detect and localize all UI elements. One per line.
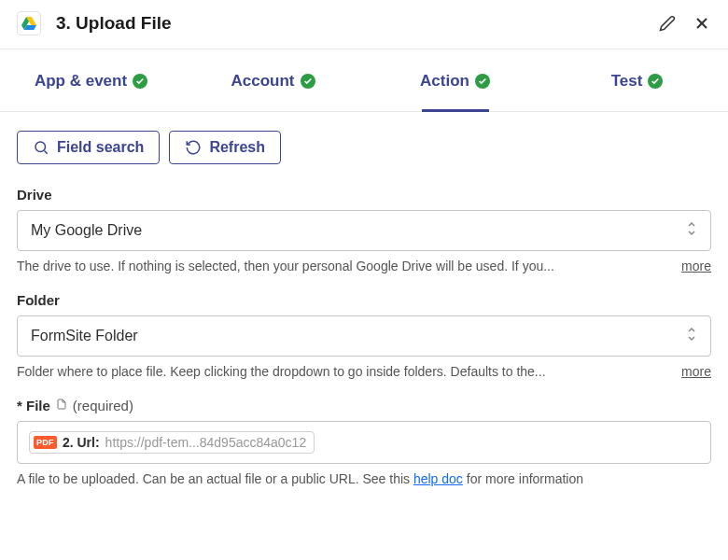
header-actions: [659, 14, 711, 33]
pill-label: 2. Url:: [63, 435, 100, 450]
folder-help: Folder where to place file. Keep clickin…: [17, 364, 672, 379]
file-field: * File (required) PDF 2. Url: https://pd…: [17, 398, 711, 486]
drive-help: The drive to use. If nothing is selected…: [17, 259, 672, 273]
folder-label: Folder: [17, 292, 711, 308]
drive-field: Drive My Google Drive The drive to use. …: [17, 187, 711, 273]
folder-more-link[interactable]: more: [681, 364, 711, 379]
refresh-icon: [185, 139, 202, 156]
folder-value: FormSite Folder: [31, 328, 138, 343]
drive-select[interactable]: My Google Drive: [17, 210, 711, 251]
file-type-icon: [56, 398, 67, 413]
google-drive-icon: [17, 11, 41, 35]
chevron-up-down-icon: [686, 221, 697, 240]
file-help-after: for more information: [463, 471, 583, 486]
tab-test[interactable]: Test: [546, 49, 728, 111]
field-search-button[interactable]: Field search: [17, 131, 160, 164]
file-help-before: A file to be uploaded. Can be an actual …: [17, 471, 413, 486]
button-label: Refresh: [209, 139, 265, 156]
tab-label: App & event: [35, 72, 127, 91]
folder-select[interactable]: FormSite Folder: [17, 315, 711, 357]
form-toolbar: Field search Refresh: [17, 131, 711, 164]
file-pill[interactable]: PDF 2. Url: https://pdf-tem...84d95acc84…: [29, 431, 315, 454]
chevron-up-down-icon: [686, 327, 697, 345]
step-header: 3. Upload File: [0, 0, 728, 49]
required-note: (required): [73, 398, 133, 413]
tab-label: Test: [611, 72, 643, 91]
drive-help-row: The drive to use. If nothing is selected…: [17, 259, 711, 273]
folder-field: Folder FormSite Folder Folder where to p…: [17, 292, 711, 379]
help-doc-link[interactable]: help doc: [413, 471, 463, 486]
svg-point-2: [35, 142, 46, 152]
file-label: * File (required): [17, 398, 711, 413]
tab-account[interactable]: Account: [182, 49, 364, 111]
tab-app-event[interactable]: App & event: [0, 49, 182, 111]
step-tabs: App & event Account Action Test: [0, 49, 728, 112]
search-icon: [33, 139, 49, 156]
drive-value: My Google Drive: [31, 222, 142, 238]
check-icon: [648, 74, 663, 89]
drive-more-link[interactable]: more: [681, 259, 711, 273]
pill-value: https://pdf-tem...84d95acc84a0c12: [105, 435, 307, 450]
tab-label: Account: [231, 72, 295, 91]
edit-icon[interactable]: [659, 15, 676, 32]
tab-action[interactable]: Action: [364, 49, 546, 111]
action-form: Field search Refresh Drive My Google Dri…: [0, 112, 728, 524]
button-label: Field search: [57, 139, 144, 156]
tab-label: Action: [420, 72, 469, 91]
check-icon: [133, 74, 147, 89]
svg-line-3: [44, 150, 47, 153]
check-icon: [301, 74, 315, 89]
file-input[interactable]: PDF 2. Url: https://pdf-tem...84d95acc84…: [17, 421, 711, 464]
step-title: 3. Upload File: [56, 13, 659, 34]
folder-help-row: Folder where to place file. Keep clickin…: [17, 364, 711, 379]
refresh-button[interactable]: Refresh: [169, 131, 281, 164]
check-icon: [475, 74, 490, 89]
close-icon[interactable]: [693, 14, 711, 33]
drive-label: Drive: [17, 187, 711, 203]
file-help: A file to be uploaded. Can be an actual …: [17, 471, 711, 486]
pdf-badge-icon: PDF: [34, 436, 57, 449]
file-label-text: * File: [17, 398, 50, 413]
